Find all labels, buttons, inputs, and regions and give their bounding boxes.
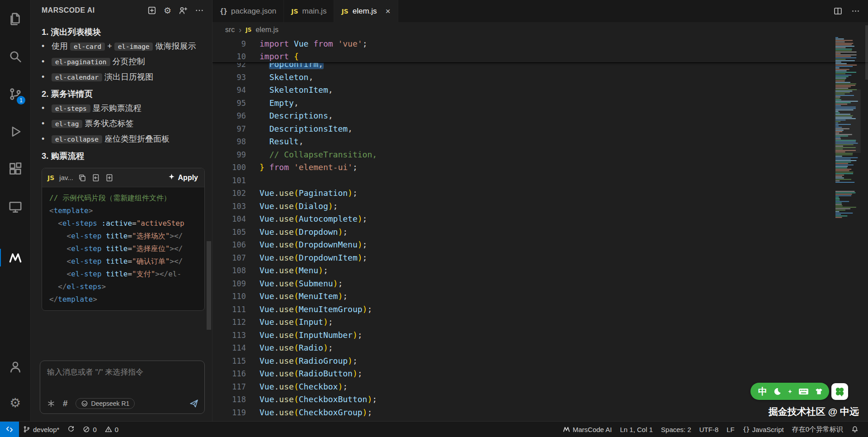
code-line: 95 Empty,: [212, 97, 868, 110]
tab-label: package.json: [231, 7, 276, 16]
ime-toolbar[interactable]: 中: [750, 383, 848, 400]
sidebar-scrollbar-thumb[interactable]: [207, 241, 211, 330]
status-item--0-[interactable]: 存在0个异常标识: [788, 422, 847, 437]
status-item[interactable]: [63, 422, 79, 437]
ime-clover-logo[interactable]: [831, 383, 848, 400]
apply-button[interactable]: Apply: [168, 173, 198, 182]
sparkle-icon[interactable]: [788, 389, 793, 394]
line-number: 9: [212, 38, 246, 50]
more-button[interactable]: [195, 6, 204, 15]
sync-icon: [67, 426, 75, 433]
line-content: Vue.use(RadioGroup);: [246, 355, 358, 368]
line-content: Vue.use(Menu);: [246, 264, 328, 277]
line-number: 109: [212, 277, 246, 290]
editor-scrollbar-thumb[interactable]: [865, 25, 868, 80]
breadcrumb-file[interactable]: elem.js: [255, 26, 278, 34]
invite-button[interactable]: [179, 6, 188, 15]
activity-item-remote-explorer[interactable]: [0, 188, 30, 225]
breadcrumb[interactable]: src › JS elem.js: [212, 22, 868, 38]
ime-pill[interactable]: 中: [750, 383, 829, 400]
line-number: 99: [212, 148, 246, 162]
status-item-develop-[interactable]: develop*: [19, 422, 63, 437]
inline-code-chip: el-collapse: [52, 135, 102, 143]
keyboard-icon[interactable]: [798, 386, 809, 397]
status-item-0[interactable]: 0: [101, 422, 123, 437]
insert-file-button[interactable]: [92, 174, 100, 182]
sidebar-header: MARSCODE AI ⚙: [31, 0, 212, 21]
line-content: Vue.use(Input);: [246, 316, 333, 329]
new-chat-button[interactable]: [147, 6, 156, 15]
split-editor-button[interactable]: [834, 7, 842, 15]
inline-code-chip: el-image: [114, 43, 153, 51]
activity-item-run-debug[interactable]: [0, 113, 30, 150]
line-number: 108: [212, 264, 246, 277]
more-button[interactable]: [851, 7, 860, 15]
status-item-lf[interactable]: LF: [722, 422, 739, 437]
activity-item-explorer[interactable]: [0, 0, 30, 38]
status-label: Spaces: 2: [661, 426, 691, 433]
js-file-icon: JS: [245, 27, 251, 33]
insert-new-button[interactable]: [105, 174, 113, 182]
chat-input-placeholder: 输入消息或者 "/" 来选择指令: [47, 367, 198, 398]
tab-package.json[interactable]: {}package.json: [212, 0, 284, 22]
code-block-line: <el-step title="选择场次"></: [49, 230, 204, 242]
status-item-ln-1-col-1[interactable]: Ln 1, Col 1: [616, 422, 657, 437]
status-label: LF: [726, 426, 735, 433]
warning-icon: [105, 426, 112, 433]
status-label: UTF-8: [699, 426, 719, 433]
code-editor[interactable]: 92 Popconfirm,93 Skeleton,94 SkeletonIte…: [212, 38, 868, 421]
status-item-0[interactable]: 0: [79, 422, 100, 437]
line-content: Vue.use(CheckboxButton);: [246, 393, 377, 406]
model-selector[interactable]: Deepseek R1: [75, 398, 135, 409]
ime-language-badge: 中: [758, 385, 767, 398]
chat-sections: 1. 演出列表模块•使用 el-card + el-image 做海报展示•el…: [42, 26, 205, 162]
line-content: Skeleton,: [246, 71, 313, 84]
status-item[interactable]: [847, 422, 863, 437]
activity-item-extensions[interactable]: [0, 150, 30, 188]
marscode-icon: [9, 251, 22, 265]
tab-main.js[interactable]: JSmain.js: [284, 0, 334, 22]
code-lines: 92 Popconfirm,93 Skeleton,94 SkeletonIte…: [212, 63, 868, 421]
status-item-javascript[interactable]: {}JavaScript: [739, 422, 788, 437]
remote-indicator[interactable]: [0, 422, 19, 437]
chat-input-box[interactable]: 输入消息或者 "/" 来选择指令 # Deepseek R1: [40, 361, 205, 414]
code-line: 102Vue.use(Pagination);: [212, 187, 868, 200]
line-number: 113: [212, 329, 246, 342]
context-hash-icon[interactable]: #: [63, 399, 68, 408]
moon-icon[interactable]: [773, 387, 782, 396]
more-icon: [851, 7, 860, 15]
sticky-scroll: 9import Vue from 'vue';10import {: [212, 38, 868, 63]
activity-item-settings[interactable]: ⚙: [0, 385, 30, 421]
status-item-spaces-2[interactable]: Spaces: 2: [657, 422, 695, 437]
line-number: 93: [212, 71, 246, 84]
code-line: 94 SkeletonItem,: [212, 84, 868, 97]
sticky-lines: 9import Vue from 'vue';10import {: [212, 38, 868, 63]
status-item-utf-8[interactable]: UTF-8: [695, 422, 723, 437]
code-line: 113Vue.use(InputNumber);: [212, 329, 868, 342]
minimap[interactable]: [835, 36, 861, 222]
activity-item-account[interactable]: [0, 349, 30, 385]
line-content: Vue.use(Dropdown);: [246, 226, 348, 239]
close-tab-icon[interactable]: ×: [386, 7, 391, 15]
slash-command-icon[interactable]: [47, 399, 55, 408]
send-button[interactable]: [189, 399, 198, 408]
code-block-line: <template>: [49, 204, 204, 217]
inline-code-chip: el-steps: [52, 104, 90, 113]
remote-explorer-icon: [9, 200, 22, 214]
chat-bullet-item: •使用 el-card + el-image 做海报展示: [42, 40, 205, 53]
tab-elem.js[interactable]: JSelem.js×: [334, 0, 398, 22]
activity-item-marscode[interactable]: [0, 239, 30, 276]
code-block-body: // 示例代码片段（需新建组件文件）<template> <el-steps :…: [42, 187, 204, 310]
copy-button[interactable]: [78, 174, 86, 182]
activity-item-source-control[interactable]: 1: [0, 75, 30, 113]
code-line: 104Vue.use(Autocomplete);: [212, 213, 868, 226]
breadcrumb-folder[interactable]: src: [225, 26, 235, 34]
status-label: Ln 1, Col 1: [620, 426, 653, 433]
line-number: 101: [212, 174, 246, 187]
activity-item-search[interactable]: [0, 38, 30, 75]
status-item-marscode-ai[interactable]: MarsCode AI: [559, 422, 616, 437]
settings-button[interactable]: ⚙: [164, 6, 171, 15]
line-content: Vue.use(CheckboxGroup);: [246, 406, 372, 419]
javascript-lang-icon: JS: [47, 174, 54, 181]
shirt-icon[interactable]: [815, 387, 823, 396]
